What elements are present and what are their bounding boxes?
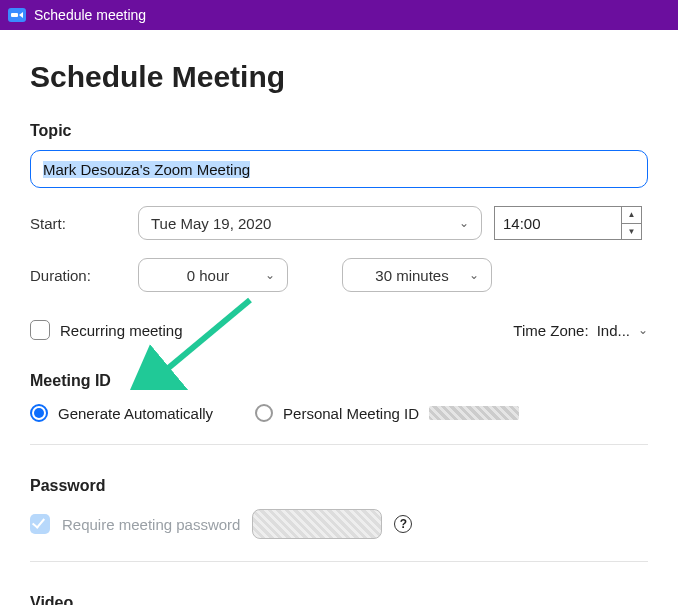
require-password-label: Require meeting password — [62, 516, 240, 533]
timezone-value: Ind... — [597, 322, 630, 339]
meeting-id-personal-option[interactable]: Personal Meeting ID — [255, 404, 519, 422]
password-heading: Password — [30, 477, 648, 495]
radio-checked-icon — [30, 404, 48, 422]
chevron-down-icon: ⌄ — [265, 268, 275, 282]
topic-label: Topic — [30, 122, 648, 140]
titlebar: Schedule meeting — [0, 0, 678, 30]
spinner-down-icon[interactable]: ▼ — [622, 224, 641, 240]
personal-id-masked — [429, 406, 519, 420]
chevron-down-icon: ⌄ — [459, 216, 469, 230]
duration-hours-select[interactable]: 0 hour ⌄ — [138, 258, 288, 292]
divider — [30, 444, 648, 445]
duration-minutes-select[interactable]: 30 minutes ⌄ — [342, 258, 492, 292]
topic-input[interactable] — [30, 150, 648, 188]
start-date-select[interactable]: Tue May 19, 2020 ⌄ — [138, 206, 482, 240]
duration-label: Duration: — [30, 267, 126, 284]
spinner-up-icon[interactable]: ▲ — [622, 207, 641, 224]
divider — [30, 561, 648, 562]
radio-unchecked-icon — [255, 404, 273, 422]
meeting-id-heading: Meeting ID — [30, 372, 648, 390]
chevron-down-icon: ⌄ — [469, 268, 479, 282]
titlebar-text: Schedule meeting — [34, 7, 146, 23]
duration-minutes-value: 30 minutes — [355, 267, 469, 284]
timezone-label: Time Zone: — [513, 322, 588, 339]
timezone-select[interactable]: Time Zone: Ind... ⌄ — [513, 322, 648, 339]
recurring-label: Recurring meeting — [60, 322, 183, 339]
start-time-input[interactable]: 14:00 ▲ ▼ — [494, 206, 642, 240]
require-password-checkbox[interactable] — [30, 514, 50, 534]
start-time-value: 14:00 — [495, 215, 621, 232]
video-heading: Video — [30, 594, 648, 605]
chevron-down-icon: ⌄ — [638, 323, 648, 337]
meeting-id-personal-label: Personal Meeting ID — [283, 405, 419, 422]
start-date-value: Tue May 19, 2020 — [151, 215, 271, 232]
recurring-checkbox[interactable] — [30, 320, 50, 340]
meeting-id-generate-label: Generate Automatically — [58, 405, 213, 422]
zoom-app-icon — [8, 8, 26, 22]
time-spinner[interactable]: ▲ ▼ — [621, 207, 641, 239]
start-label: Start: — [30, 215, 126, 232]
meeting-id-generate-option[interactable]: Generate Automatically — [30, 404, 213, 422]
help-icon[interactable]: ? — [394, 515, 412, 533]
password-input[interactable] — [252, 509, 382, 539]
page-title: Schedule Meeting — [30, 60, 648, 94]
duration-hours-value: 0 hour — [151, 267, 265, 284]
